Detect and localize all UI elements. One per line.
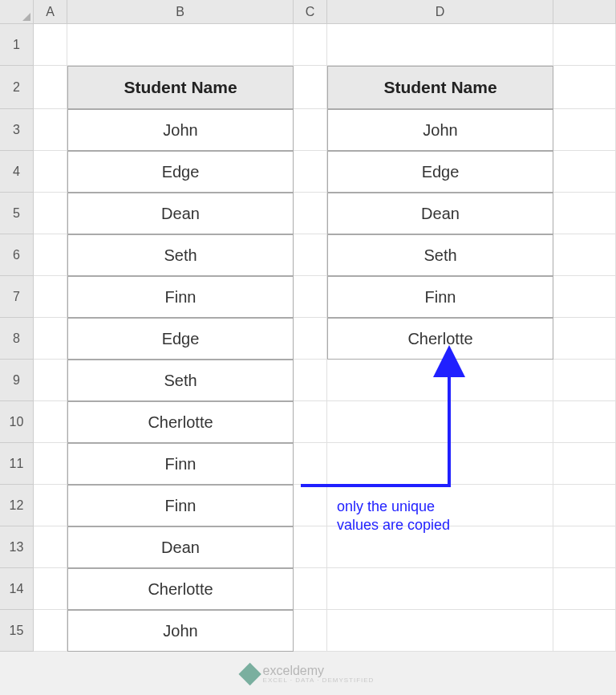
cell-e13[interactable] (553, 526, 616, 568)
col-header-c[interactable]: C (294, 0, 327, 24)
cell-a4[interactable] (34, 151, 67, 193)
row-header-8[interactable]: 8 (0, 318, 34, 360)
cell-d10[interactable] (327, 401, 553, 443)
cell-a2[interactable] (34, 66, 67, 109)
cell-d11[interactable] (327, 443, 553, 485)
cell-d8[interactable]: Cherlotte (327, 318, 553, 360)
row-header-14[interactable]: 14 (0, 568, 34, 610)
cell-b9[interactable]: Seth (67, 360, 294, 401)
cell-e1[interactable] (553, 24, 616, 66)
cell-a14[interactable] (34, 568, 67, 610)
cell-c8[interactable] (294, 318, 327, 360)
cell-b14[interactable]: Cherlotte (67, 568, 294, 610)
cell-b3[interactable]: John (67, 109, 294, 151)
cell-e8[interactable] (553, 318, 616, 360)
col-header-a[interactable]: A (34, 0, 67, 24)
cell-d9[interactable] (327, 360, 553, 401)
col-header-b[interactable]: B (67, 0, 294, 24)
cell-c5[interactable] (294, 193, 327, 234)
select-all-corner[interactable] (0, 0, 34, 24)
cell-c12[interactable] (294, 485, 327, 526)
row-header-4[interactable]: 4 (0, 151, 34, 193)
cell-e2[interactable] (553, 66, 616, 109)
cell-c7[interactable] (294, 276, 327, 318)
cell-d15[interactable] (327, 610, 553, 652)
watermark-text: exceldemy (263, 665, 375, 677)
col-header-d[interactable]: D (327, 0, 553, 24)
cell-a9[interactable] (34, 360, 67, 401)
cell-a11[interactable] (34, 443, 67, 485)
cell-c11[interactable] (294, 443, 327, 485)
cell-a6[interactable] (34, 234, 67, 276)
cell-e9[interactable] (553, 360, 616, 401)
row-header-10[interactable]: 10 (0, 401, 34, 443)
cell-b13[interactable]: Dean (67, 526, 294, 568)
cell-b10[interactable]: Cherlotte (67, 401, 294, 443)
cell-a13[interactable] (34, 526, 67, 568)
cell-b4[interactable]: Edge (67, 151, 294, 193)
row-header-12[interactable]: 12 (0, 485, 34, 526)
cell-d1[interactable] (327, 24, 553, 66)
cell-a8[interactable] (34, 318, 67, 360)
cell-e12[interactable] (553, 485, 616, 526)
cell-d5[interactable]: Dean (327, 193, 553, 234)
cell-b5[interactable]: Dean (67, 193, 294, 234)
cell-b7[interactable]: Finn (67, 276, 294, 318)
cell-c10[interactable] (294, 401, 327, 443)
cell-d14[interactable] (327, 568, 553, 610)
cell-c4[interactable] (294, 151, 327, 193)
row-header-5[interactable]: 5 (0, 193, 34, 234)
cell-d4[interactable]: Edge (327, 151, 553, 193)
cell-c2[interactable] (294, 66, 327, 109)
cell-c15[interactable] (294, 610, 327, 652)
spreadsheet-grid: A B C D 1 2 Student Name Student Name 3 … (0, 0, 616, 652)
cell-e7[interactable] (553, 276, 616, 318)
watermark: exceldemy EXCEL · DATA · DEMYSTIFIED (242, 665, 375, 684)
cell-d7[interactable]: Finn (327, 276, 553, 318)
row-header-3[interactable]: 3 (0, 109, 34, 151)
cell-e14[interactable] (553, 568, 616, 610)
cell-a3[interactable] (34, 109, 67, 151)
cell-e5[interactable] (553, 193, 616, 234)
cell-a1[interactable] (34, 24, 67, 66)
cell-a12[interactable] (34, 485, 67, 526)
cell-b8[interactable]: Edge (67, 318, 294, 360)
watermark-icon (238, 663, 261, 685)
cell-a10[interactable] (34, 401, 67, 443)
cell-a7[interactable] (34, 276, 67, 318)
cell-b12[interactable]: Finn (67, 485, 294, 526)
row-header-7[interactable]: 7 (0, 276, 34, 318)
cell-a5[interactable] (34, 193, 67, 234)
cell-c14[interactable] (294, 568, 327, 610)
cell-b1[interactable] (67, 24, 294, 66)
row-header-15[interactable]: 15 (0, 610, 34, 652)
col-header-blank (553, 0, 616, 24)
cell-b2-header[interactable]: Student Name (67, 66, 294, 109)
row-header-1[interactable]: 1 (0, 24, 34, 66)
cell-d2-header[interactable]: Student Name (327, 66, 553, 109)
cell-e15[interactable] (553, 610, 616, 652)
cell-c9[interactable] (294, 360, 327, 401)
cell-b11[interactable]: Finn (67, 443, 294, 485)
watermark-sub: EXCEL · DATA · DEMYSTIFIED (263, 677, 375, 684)
cell-c13[interactable] (294, 526, 327, 568)
cell-d3[interactable]: John (327, 109, 553, 151)
row-header-2[interactable]: 2 (0, 66, 34, 109)
cell-c6[interactable] (294, 234, 327, 276)
cell-b6[interactable]: Seth (67, 234, 294, 276)
cell-e11[interactable] (553, 443, 616, 485)
row-header-13[interactable]: 13 (0, 526, 34, 568)
cell-c1[interactable] (294, 24, 327, 66)
row-header-6[interactable]: 6 (0, 234, 34, 276)
cell-d6[interactable]: Seth (327, 234, 553, 276)
cell-e10[interactable] (553, 401, 616, 443)
cell-e6[interactable] (553, 234, 616, 276)
annotation-label: only the unique values are copied (337, 498, 450, 535)
row-header-9[interactable]: 9 (0, 360, 34, 401)
cell-c3[interactable] (294, 109, 327, 151)
cell-e4[interactable] (553, 151, 616, 193)
cell-b15[interactable]: John (67, 610, 294, 652)
cell-e3[interactable] (553, 109, 616, 151)
cell-a15[interactable] (34, 610, 67, 652)
row-header-11[interactable]: 11 (0, 443, 34, 485)
